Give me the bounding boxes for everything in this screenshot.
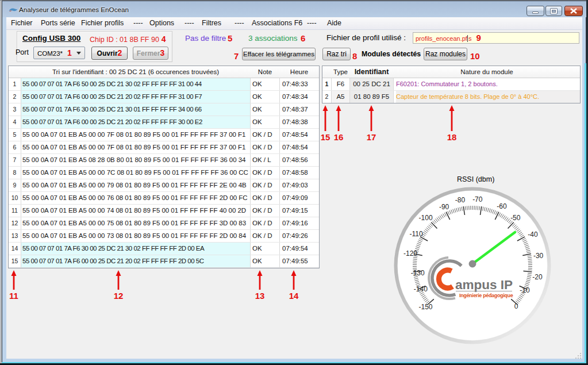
- svg-text:-120: -120: [403, 249, 417, 258]
- svg-text:-140: -140: [414, 285, 428, 293]
- svg-text:-70: -70: [472, 195, 483, 203]
- svg-text:-100: -100: [419, 214, 433, 222]
- svg-text:-40: -40: [528, 230, 538, 239]
- svg-text:-150: -150: [418, 303, 432, 311]
- svg-text:ampus IP: ampus IP: [455, 278, 513, 292]
- svg-text:-130: -130: [411, 269, 425, 277]
- svg-text:-10: -10: [520, 286, 530, 294]
- svg-text:-20: -20: [532, 273, 543, 281]
- svg-text:-80: -80: [455, 196, 466, 204]
- svg-text:-30: -30: [533, 252, 544, 260]
- svg-text:-90: -90: [439, 203, 449, 211]
- svg-text:-110: -110: [409, 230, 422, 238]
- svg-text:-50: -50: [510, 214, 521, 222]
- svg-text:-60: -60: [497, 202, 507, 210]
- svg-text:Ingénierie pédagogique: Ingénierie pédagogique: [459, 293, 513, 298]
- svg-text:0: 0: [514, 302, 518, 310]
